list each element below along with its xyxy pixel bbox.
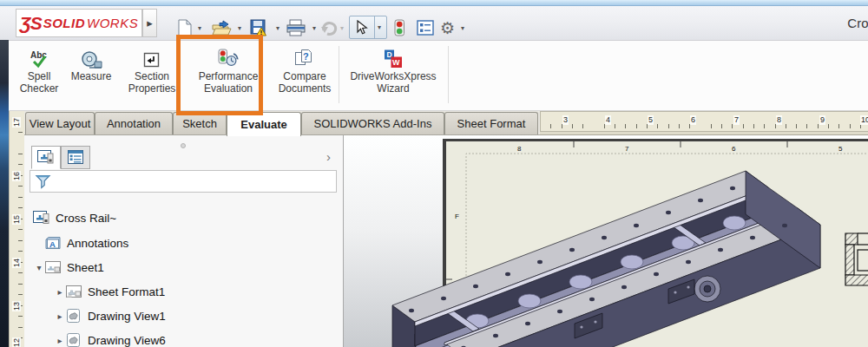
traffic-light-icon [394,19,405,37]
open-icon [212,20,232,36]
measure-button[interactable]: Measure [64,46,118,107]
new-document-button[interactable] [177,17,193,38]
tree-caret-icon[interactable]: ▸ [54,311,66,321]
tree-filter-input[interactable] [30,170,337,193]
display-settings-button[interactable] [417,17,435,38]
tree-item-label: Sheet Format1 [88,285,165,298]
tab-sketch[interactable]: Sketch [173,112,227,134]
titlebar: ƷS SOLID WORKS ▾ ▾ [0,6,868,41]
ribbon-label: Compare [283,70,326,82]
drawing-document-icon [33,211,50,225]
tab-sheet-format[interactable]: Sheet Format [444,112,538,134]
document-title: Cros [847,16,868,30]
logo-monogram: ƷS [20,13,42,34]
panel-expand-chevron-icon[interactable]: › [326,149,331,164]
tab-label: Annotation [107,117,161,130]
spell-checker-button[interactable]: Abc Spell Checker [14,46,64,107]
save-button[interactable] [250,17,268,38]
ribbon-label: DriveWorksXpress [350,70,436,82]
zone-label: 6 [732,145,736,153]
drawing-canvas[interactable]: 8 7 6 5 F E [344,135,868,347]
ribbon-label: Documents [279,82,332,95]
measure-icon [80,49,103,70]
ruler-number: 14 [12,258,21,268]
tab-annotation[interactable]: Annotation [95,112,173,134]
ribbon-label: Performance [199,70,259,82]
undo-icon [319,19,339,36]
section-properties-icon [141,49,162,70]
tree-caret-icon[interactable]: ▾ [33,263,45,272]
compare-documents-button[interactable]: ? Compare Documents [273,46,337,107]
zone-label: 7 [625,145,629,153]
tab-solidworks-add-ins[interactable]: SOLIDWORKS Add-Ins [301,112,444,134]
zone-label: 8 [517,145,522,153]
save-dropdown[interactable]: ▾ [276,24,279,32]
command-tab-bar: View Layout Annotation Sketch Evaluate S… [24,111,540,135]
select-tool-dropdown[interactable]: ▾ [378,23,381,31]
tree-item-sheet-format1[interactable]: ▸ Sheet Format1 [24,282,337,301]
ruler-number: 3 [562,115,569,125]
tree-item-drawing-view6[interactable]: ▸ Drawing View6 [24,331,337,347]
spell-checker-icon: Abc [27,49,51,70]
filter-funnel-icon [35,174,52,189]
compare-documents-icon: ? [293,49,316,70]
tab-feature-manager-tree[interactable] [31,146,61,169]
menu-expander-button[interactable] [142,9,157,37]
vertical-ruler: 17 16 15 14 13 12 [9,111,24,347]
ribbon-separator [339,46,339,103]
options-dropdown[interactable]: ▾ [461,24,464,32]
select-cursor-icon [355,20,369,36]
open-dropdown[interactable]: ▾ [238,24,241,32]
section-properties-button[interactable]: Section Properties [122,46,182,107]
drawing-view-icon [66,333,82,347]
options-button[interactable]: ⚙ [440,17,455,38]
tree-caret-icon[interactable]: ▸ [54,336,66,345]
display-settings-icon [417,20,435,36]
ruler-number: 6 [690,115,696,125]
tree-item-label: Drawing View6 [88,334,166,347]
ruler-number: 9 [819,115,825,125]
ruler-ticks [18,111,23,347]
annotations-folder-icon: A [45,236,62,250]
driveworksxpress-wizard-button[interactable]: D W DriveWorksXpress Wizard [342,46,444,107]
open-button[interactable] [212,17,232,38]
tab-label: View Layout [30,117,91,130]
part-side-hub [694,276,720,302]
performance-evaluation-button[interactable]: Performance Evaluation [189,46,267,107]
tab-evaluate[interactable]: Evaluate [227,112,301,136]
performance-pilot-button[interactable] [394,17,405,38]
tree-item-annotations[interactable]: A Annotations [24,233,337,252]
logo-name-light: WORKS [87,16,138,30]
undo-button[interactable] [319,17,339,38]
panel-drag-handle[interactable] [181,143,186,148]
ruler-number: 10 [860,115,868,125]
ruler-number: 15 [12,214,21,225]
undo-dropdown[interactable]: ▾ [340,24,344,32]
select-tool-button[interactable]: ▾ [349,16,387,39]
new-document-dropdown[interactable]: ▾ [198,24,201,32]
tab-view-layout[interactable]: View Layout [25,112,95,134]
print-dropdown[interactable]: ▾ [312,24,316,32]
driveworksxpress-icon: D W [382,49,404,70]
sheet-format-icon [66,285,82,298]
sheet-icon [45,260,62,274]
save-icon [250,19,268,37]
ribbon-separator [448,46,449,103]
ruler-number: 5 [648,115,654,125]
feature-manager-panel: › Cross Rail~ [24,135,344,347]
tab-property-manager[interactable] [61,146,90,169]
ruler-number: 4 [605,115,611,125]
ruler-number: 17 [12,117,21,128]
tree-root-cross-rail[interactable]: Cross Rail~ [24,208,337,227]
horizontal-ruler: 3 4 5 6 7 8 9 10 [540,111,868,132]
tree-caret-icon[interactable]: ▸ [54,287,66,297]
tree-item-drawing-view1[interactable]: ▸ Drawing View1 [24,306,337,325]
gear-icon: ⚙ [440,18,455,38]
tab-label: Sketch [182,117,217,130]
tree-item-sheet1[interactable]: ▾ Sheet1 [24,258,337,277]
new-document-icon [177,19,193,36]
print-icon [286,19,306,36]
ruler-number: 12 [12,337,21,347]
print-button[interactable] [286,17,306,38]
svg-text:?: ? [303,51,309,62]
